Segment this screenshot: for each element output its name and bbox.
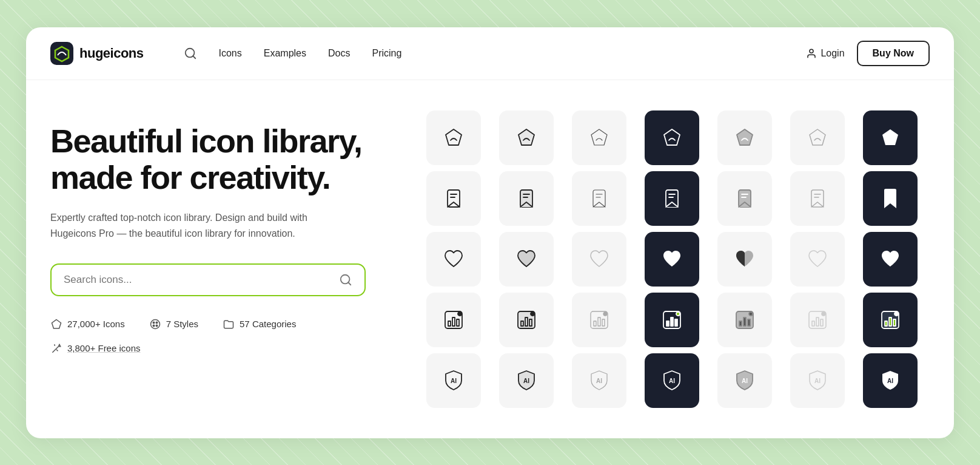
nav-icons[interactable]: Icons — [219, 48, 242, 59]
main-content: Beautiful icon library, made for creativ… — [26, 80, 954, 438]
main-card: hugeicons Icons Examples Docs Pricing Lo… — [26, 27, 954, 438]
svg-rect-60 — [821, 319, 823, 326]
hero-section: Beautiful icon library, made for creativ… — [50, 110, 402, 355]
svg-rect-59 — [816, 317, 819, 326]
svg-rect-20 — [593, 190, 605, 207]
user-icon — [806, 48, 817, 59]
svg-rect-34 — [452, 317, 455, 326]
svg-point-8 — [156, 322, 158, 324]
icon-cell[interactable] — [645, 171, 699, 226]
svg-rect-44 — [598, 317, 600, 326]
svg-rect-58 — [812, 321, 814, 326]
svg-point-7 — [153, 322, 155, 324]
icon-cell[interactable]: AI — [863, 353, 918, 408]
search-submit-button[interactable] — [339, 273, 352, 287]
search-icon — [184, 47, 197, 60]
svg-point-41 — [531, 312, 534, 316]
stat-free: 3,800+ Free icons — [50, 342, 141, 355]
svg-point-3 — [810, 49, 813, 53]
svg-point-10 — [156, 325, 158, 327]
icon-cell[interactable] — [790, 232, 845, 287]
svg-text:AI: AI — [451, 378, 457, 384]
svg-line-5 — [348, 282, 351, 285]
icon-cell[interactable] — [790, 293, 845, 347]
logo-text: hugeicons — [79, 46, 144, 61]
svg-rect-55 — [748, 319, 750, 326]
icon-cell[interactable] — [499, 110, 554, 165]
icon-cell[interactable] — [572, 171, 626, 226]
icon-cell[interactable] — [863, 232, 918, 287]
icon-cell[interactable] — [426, 110, 481, 165]
icon-cell[interactable] — [572, 110, 626, 165]
icon-cell[interactable] — [499, 171, 554, 226]
svg-point-61 — [822, 312, 825, 316]
svg-rect-65 — [893, 319, 896, 326]
icon-cell[interactable] — [645, 293, 699, 347]
stat-styles: 7 Styles — [149, 318, 198, 330]
icon-cell[interactable] — [863, 171, 918, 226]
icon-grid: AI AI AI AI — [426, 110, 930, 408]
stat-categories-label: 57 Categories — [240, 319, 296, 329]
main-nav: Icons Examples Docs Pricing — [219, 48, 794, 59]
search-input[interactable] — [64, 274, 332, 286]
login-button[interactable]: Login — [806, 48, 844, 59]
svg-rect-33 — [448, 321, 451, 326]
buy-now-button[interactable]: Buy Now — [857, 41, 930, 66]
icon-cell[interactable] — [572, 232, 626, 287]
nav-examples[interactable]: Examples — [264, 48, 306, 59]
icon-cell[interactable] — [645, 232, 699, 287]
svg-text:AI: AI — [742, 378, 748, 384]
icon-cell[interactable] — [790, 110, 845, 165]
search-submit-icon — [339, 273, 352, 287]
stat-icons: 27,000+ Icons — [50, 318, 125, 330]
svg-line-12 — [55, 344, 55, 346]
svg-text:AI: AI — [814, 378, 821, 384]
svg-line-11 — [52, 346, 58, 352]
svg-point-66 — [894, 312, 898, 316]
icon-cell[interactable]: AI — [790, 353, 845, 408]
hero-title: Beautiful icon library, made for creativ… — [50, 123, 402, 196]
icon-cell[interactable] — [717, 171, 772, 226]
icon-cell[interactable] — [717, 110, 772, 165]
icon-cell[interactable]: AI — [572, 353, 626, 408]
svg-point-51 — [676, 312, 680, 316]
svg-point-46 — [603, 312, 607, 316]
svg-point-6 — [150, 319, 159, 328]
svg-line-2 — [193, 56, 195, 58]
icon-cell[interactable] — [499, 232, 554, 287]
logo[interactable]: hugeicons — [50, 42, 144, 65]
icon-cell[interactable] — [426, 232, 481, 287]
icon-cell[interactable] — [717, 293, 772, 347]
svg-rect-35 — [457, 319, 459, 326]
header-right: Login Buy Now — [806, 41, 930, 66]
icon-cell[interactable] — [717, 232, 772, 287]
svg-rect-64 — [889, 317, 891, 326]
icon-cell[interactable] — [790, 171, 845, 226]
svg-rect-29 — [811, 190, 824, 207]
stat-styles-label: 7 Styles — [166, 319, 198, 329]
svg-rect-45 — [602, 319, 605, 326]
folder-stat-icon — [223, 318, 235, 330]
icon-cell[interactable] — [572, 293, 626, 347]
icon-cell[interactable]: AI — [499, 353, 554, 408]
logo-icon — [50, 42, 73, 65]
svg-rect-54 — [743, 317, 746, 326]
icon-cell[interactable] — [863, 293, 918, 347]
svg-rect-50 — [675, 319, 677, 326]
icon-cell[interactable]: AI — [717, 353, 772, 408]
header-search-button[interactable] — [180, 43, 201, 64]
wand-stat-icon — [50, 342, 62, 355]
icon-cell[interactable]: AI — [426, 353, 481, 408]
svg-point-36 — [458, 312, 461, 316]
icon-cell[interactable] — [426, 293, 481, 347]
nav-pricing[interactable]: Pricing — [372, 48, 401, 59]
pentagon-stat-icon — [50, 318, 62, 330]
stats-section: 27,000+ Icons 7 Styles — [50, 318, 402, 355]
icon-cell[interactable] — [863, 110, 918, 165]
icon-cell[interactable] — [426, 171, 481, 226]
icon-cell[interactable] — [645, 110, 699, 165]
nav-docs[interactable]: Docs — [328, 48, 350, 59]
icon-cell[interactable] — [499, 293, 554, 347]
icon-cell[interactable]: AI — [645, 353, 699, 408]
hero-description: Expertly crafted top-notch icon library.… — [50, 210, 341, 241]
